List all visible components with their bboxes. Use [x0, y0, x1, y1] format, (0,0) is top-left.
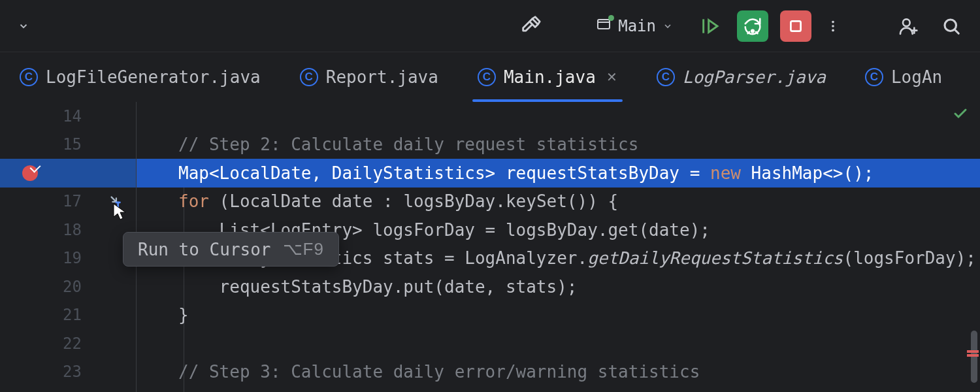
svg-point-10: [832, 29, 834, 31]
code-line: // Step 2: Calculate daily request stati…: [137, 131, 980, 159]
tab-label: Main.java: [504, 67, 596, 87]
line-number: 19: [0, 244, 95, 273]
tab-loganalyzer-truncated[interactable]: C LogAn: [845, 52, 962, 102]
class-icon: C: [478, 68, 496, 86]
main-toolbar: Main: [0, 0, 980, 52]
code-line-execution-point: Map<LocalDate, DailyStatistics> requestS…: [137, 159, 980, 188]
code-line: requestStatsByDay.put(date, stats);: [137, 272, 980, 301]
code-with-me-button[interactable]: [892, 10, 924, 42]
svg-rect-0: [598, 20, 610, 29]
line-number: 21: [0, 301, 95, 330]
svg-line-6: [756, 31, 758, 33]
checkmark-icon: [953, 106, 968, 122]
tab-logfilegenerator[interactable]: C LogFileGenerator.java: [0, 52, 280, 102]
tab-logparser[interactable]: C LogParser.java: [637, 52, 845, 102]
code-line: // Step 3: Calculate daily error/warning…: [137, 358, 980, 387]
line-number: 15: [0, 131, 95, 159]
stop-icon: [787, 18, 804, 35]
run-to-cursor-tooltip: Run to Cursor ⌥F9: [123, 232, 339, 267]
tab-label: Report.java: [326, 67, 438, 87]
line-number: 23: [0, 358, 95, 387]
run-to-cursor-gutter-icon[interactable]: [108, 193, 123, 209]
tooltip-label: Run to Cursor: [138, 240, 271, 259]
svg-point-4: [751, 29, 754, 32]
build-button[interactable]: [515, 10, 546, 42]
more-actions-button[interactable]: [823, 10, 843, 42]
tab-label: LogParser.java: [683, 67, 826, 87]
class-icon: C: [657, 68, 675, 86]
class-icon: C: [300, 68, 318, 86]
error-stripe-marker[interactable]: [967, 354, 979, 357]
stop-button[interactable]: [780, 10, 811, 42]
vertical-scrollbar-thumb[interactable]: [971, 331, 977, 383]
editor-tabstrip: C LogFileGenerator.java C Report.java C …: [0, 52, 980, 102]
rerun-debug-button[interactable]: [737, 10, 768, 42]
run-config-label: Main: [618, 17, 656, 35]
line-number-gutter[interactable]: 14 15 17 18 19 20 21 22 23: [0, 102, 95, 392]
class-icon: C: [865, 68, 883, 86]
tab-label: LogFileGenerator.java: [46, 67, 261, 87]
chevron-down-icon: [18, 20, 29, 32]
svg-point-11: [903, 19, 910, 26]
tooltip-shortcut: ⌥F9: [283, 239, 324, 259]
code-line: for (LocalDate date : logsByDay.keySet()…: [137, 188, 980, 216]
resume-icon: [699, 16, 720, 37]
line-number-current: [0, 159, 95, 188]
line-number: 18: [0, 216, 95, 244]
rerun-bug-icon: [743, 16, 762, 36]
line-number: 20: [0, 272, 95, 301]
inspection-ok-indicator[interactable]: [953, 106, 968, 125]
application-icon: [596, 16, 612, 36]
code-line: }: [137, 301, 980, 330]
svg-point-9: [832, 25, 834, 27]
svg-point-8: [832, 20, 834, 23]
add-person-icon: [898, 16, 919, 37]
line-number: 22: [0, 329, 95, 358]
class-icon: C: [20, 68, 38, 86]
line-number: 14: [0, 102, 95, 131]
search-everywhere-button[interactable]: [936, 10, 967, 42]
chevron-down-icon: [662, 17, 673, 35]
search-icon: [941, 16, 961, 36]
project-dropdown-chevron[interactable]: [13, 10, 34, 42]
tab-report[interactable]: C Report.java: [280, 52, 458, 102]
error-stripe-marker[interactable]: [967, 350, 979, 353]
svg-marker-3: [709, 20, 717, 32]
line-number: 17: [0, 188, 95, 216]
svg-rect-7: [791, 21, 800, 31]
resume-program-button[interactable]: [694, 10, 725, 42]
hammer-icon: [519, 15, 542, 37]
tab-label: LogAn: [891, 67, 942, 87]
svg-line-15: [955, 29, 958, 33]
more-vertical-icon: [826, 19, 840, 33]
close-tab-button[interactable]: ✕: [606, 69, 617, 85]
code-line: [137, 329, 980, 358]
run-configuration-selector[interactable]: Main: [587, 11, 682, 41]
breakpoint-icon[interactable]: [22, 165, 38, 181]
tab-main[interactable]: C Main.java ✕: [458, 52, 637, 102]
code-line: [137, 102, 980, 131]
svg-line-5: [748, 31, 750, 33]
